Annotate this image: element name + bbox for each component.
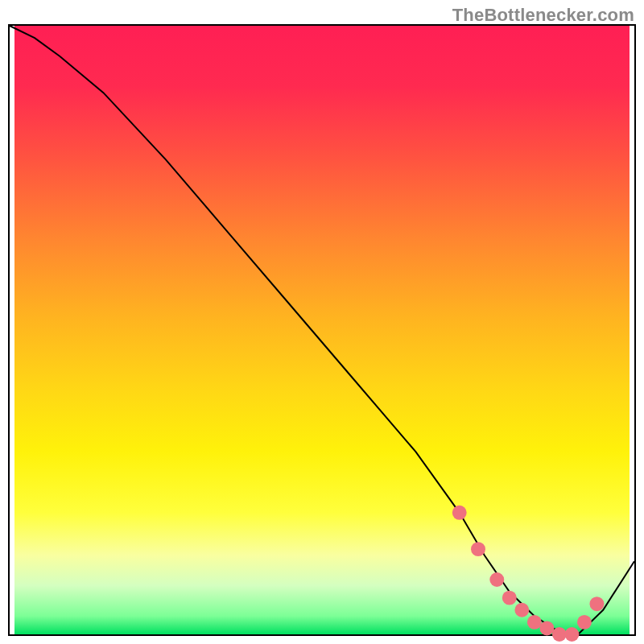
- highlight-dot: [514, 603, 529, 617]
- highlight-dot: [589, 597, 604, 611]
- highlight-dot: [539, 621, 554, 635]
- bottleneck-curve: [10, 26, 634, 634]
- highlight-dots: [452, 506, 605, 642]
- curve-layer: [10, 26, 634, 634]
- highlight-dot: [502, 591, 517, 605]
- chart-container: TheBottlenecker.com: [0, 0, 644, 644]
- plot-area: [8, 24, 636, 636]
- highlight-dot: [452, 506, 467, 520]
- highlight-dot: [489, 572, 504, 587]
- highlight-dot: [552, 627, 567, 642]
- highlight-dot: [577, 615, 592, 630]
- watermark-text: TheBottlenecker.com: [452, 5, 634, 26]
- highlight-dot: [527, 615, 542, 630]
- highlight-dot: [471, 542, 485, 556]
- highlight-dot: [564, 627, 579, 642]
